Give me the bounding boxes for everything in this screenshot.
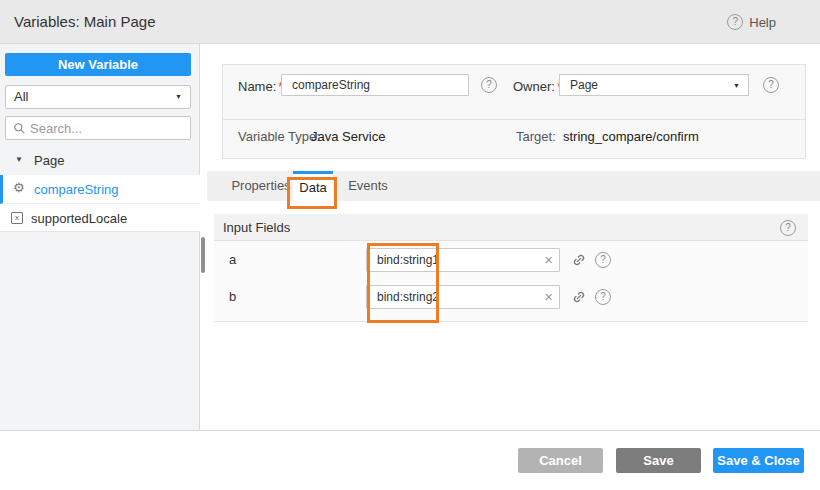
- target-value: string_compare/confirm: [563, 129, 699, 144]
- detail-tabbar: Properties Data Events: [207, 171, 820, 201]
- sidebar-item-supportedlocale[interactable]: x supportedLocale: [0, 204, 200, 232]
- panel-divider: [223, 119, 805, 120]
- bind-field-a[interactable]: [366, 248, 560, 272]
- clear-icon[interactable]: ×: [544, 285, 553, 309]
- variables-sidebar: New Variable All ▼ ▼ Page ⚙ compareStrin…: [0, 44, 200, 430]
- variables-dialog: Variables: Main Page ? Help New Variable…: [0, 0, 820, 490]
- tree-collapse-icon[interactable]: ▼: [15, 155, 23, 164]
- tab-events[interactable]: Events: [342, 171, 394, 201]
- name-field[interactable]: [281, 74, 469, 96]
- clear-icon[interactable]: ×: [544, 248, 553, 272]
- tab-data[interactable]: Data: [293, 171, 333, 201]
- tree-item-label: supportedLocale: [31, 211, 127, 226]
- owner-select[interactable]: Page ▼: [559, 74, 749, 96]
- sidebar-item-comparestring[interactable]: ⚙ compareString: [0, 175, 200, 204]
- field-label: b: [229, 278, 236, 316]
- variable-type-label: Variable Type:: [238, 129, 320, 144]
- name-help-icon[interactable]: ?: [481, 77, 497, 93]
- name-label: Name:*: [238, 79, 283, 94]
- field-label: a: [229, 241, 236, 279]
- target-label: Target:: [516, 129, 556, 144]
- input-field-row-b: b × ?: [214, 278, 808, 316]
- bind-input-wrap: ×: [366, 248, 560, 272]
- bind-input-wrap: ×: [366, 285, 560, 309]
- search-icon: [13, 122, 26, 135]
- chevron-down-icon: ▼: [733, 75, 740, 97]
- new-variable-button[interactable]: New Variable: [5, 53, 191, 76]
- input-fields-panel: Input Fields ? a × ? b ×: [214, 214, 808, 322]
- sidebar-scrollbar-thumb[interactable]: [201, 237, 205, 273]
- tab-properties[interactable]: Properties: [222, 171, 300, 201]
- owner-help-icon[interactable]: ?: [763, 77, 779, 93]
- filter-selected-value: All: [14, 89, 28, 104]
- tree-group-label: Page: [34, 153, 64, 168]
- input-fields-header: Input Fields ?: [214, 214, 808, 241]
- variable-summary-panel: Name:* ? Owner:* Page ▼ ? Variable Type:…: [222, 64, 806, 159]
- help-button[interactable]: ? Help: [727, 0, 776, 44]
- input-fields-title: Input Fields: [223, 214, 290, 241]
- link-icon[interactable]: [568, 249, 591, 272]
- tree-item-label: compareString: [34, 182, 119, 197]
- chevron-down-icon: ▼: [175, 86, 182, 108]
- bind-field-b[interactable]: [366, 285, 560, 309]
- link-icon[interactable]: [568, 286, 591, 309]
- save-and-close-button[interactable]: Save & Close: [713, 448, 804, 473]
- variable-search: [5, 116, 191, 140]
- help-label: Help: [749, 15, 776, 30]
- input-field-row-a: a × ?: [214, 241, 808, 279]
- cancel-button[interactable]: Cancel: [518, 448, 603, 473]
- tree-group-page[interactable]: ▼ Page: [0, 148, 200, 174]
- input-fields-help-icon[interactable]: ?: [780, 220, 796, 236]
- footer-divider: [0, 430, 820, 431]
- owner-label: Owner:*: [513, 79, 562, 94]
- help-circle-icon: ?: [727, 14, 743, 30]
- dialog-header: Variables: Main Page ? Help: [0, 0, 820, 44]
- search-input[interactable]: [30, 117, 188, 139]
- page-title: Variables: Main Page: [14, 0, 155, 44]
- owner-selected-value: Page: [570, 78, 598, 92]
- field-help-icon[interactable]: ?: [595, 289, 611, 305]
- locale-variable-icon: x: [11, 212, 23, 224]
- variable-type-value: Java Service: [311, 129, 385, 144]
- variable-filter-select[interactable]: All ▼: [5, 85, 191, 109]
- service-gear-icon: ⚙: [13, 181, 25, 194]
- save-button[interactable]: Save: [616, 448, 701, 473]
- input-fields-body: a × ? b × ?: [214, 241, 808, 322]
- field-help-icon[interactable]: ?: [595, 252, 611, 268]
